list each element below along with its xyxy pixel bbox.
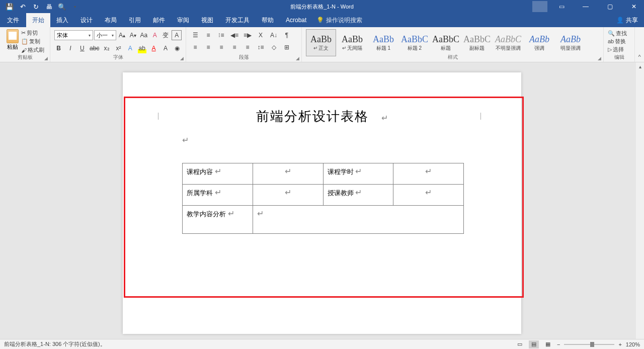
table-cell[interactable]: ↵ xyxy=(253,206,463,234)
clipboard-launcher-icon[interactable]: ◢ xyxy=(44,56,48,61)
grow-font-button[interactable]: A▴ xyxy=(117,30,127,40)
style-item[interactable]: AaBb明显强调 xyxy=(555,29,586,56)
justify-button[interactable]: ≡ xyxy=(229,42,239,52)
decrease-indent-button[interactable]: ◀≡ xyxy=(229,30,239,40)
tab-insert[interactable]: 插入 xyxy=(50,13,74,27)
shading-button[interactable]: ◇ xyxy=(269,42,279,52)
font-size-combo[interactable]: 小一▾ xyxy=(94,30,116,40)
styles-gallery[interactable]: AaBb↵ 正文AaBb↵ 无间隔AaBb标题 1AaBbC标题 2AaBbC标… xyxy=(306,29,599,56)
align-center-button[interactable]: ≡ xyxy=(203,42,213,52)
zoom-slider[interactable] xyxy=(564,344,614,345)
undo-icon[interactable]: ↶ xyxy=(19,3,26,10)
table-cell[interactable]: ↵ xyxy=(393,163,464,185)
style-item[interactable]: AaBb强调 xyxy=(524,29,554,56)
style-item[interactable]: AaBbC标题 xyxy=(431,29,461,56)
align-right-button[interactable]: ≡ xyxy=(216,42,226,52)
styles-launcher-icon[interactable]: ◢ xyxy=(598,56,601,61)
tab-layout[interactable]: 布局 xyxy=(99,13,123,27)
phonetic-guide-button[interactable]: 变 xyxy=(161,30,171,40)
distribute-button[interactable]: ≡ xyxy=(243,42,253,52)
char-border-button[interactable]: A xyxy=(172,30,182,40)
format-painter-button[interactable]: 🖌格式刷 xyxy=(21,46,44,54)
table-cell[interactable]: ↵ xyxy=(253,185,323,206)
line-spacing-button[interactable]: ↕≡ xyxy=(256,42,266,52)
save-icon[interactable]: 💾 xyxy=(6,3,13,10)
table-cell[interactable]: 课程内容 ↵ xyxy=(183,163,253,185)
text-effects-button[interactable]: A xyxy=(126,43,134,53)
zoom-in-button[interactable]: + xyxy=(618,341,621,347)
style-item[interactable]: AaBb↵ 正文 xyxy=(306,29,336,56)
tab-review[interactable]: 审阅 xyxy=(171,13,195,27)
strikethrough-button[interactable]: abc xyxy=(90,43,99,53)
copy-button[interactable]: 📋复制 xyxy=(21,38,44,45)
font-color-button[interactable]: A xyxy=(149,43,158,53)
underline-button[interactable]: U xyxy=(78,43,87,53)
borders-button[interactable]: ⊞ xyxy=(282,42,292,52)
qat-customize-icon[interactable]: ▾ xyxy=(71,3,78,10)
tab-view[interactable]: 视图 xyxy=(195,13,219,27)
subscript-button[interactable]: x₂ xyxy=(102,43,111,53)
font-name-combo[interactable]: 宋体▾ xyxy=(54,30,93,40)
table-cell[interactable]: 课程学时 ↵ xyxy=(323,163,393,185)
vertical-scrollbar[interactable]: ▴ ▾ xyxy=(636,62,644,348)
clear-format-button[interactable]: A xyxy=(150,30,160,40)
select-button[interactable]: ▷选择 xyxy=(608,45,630,53)
tell-me-search[interactable]: 💡 操作说明搜索 xyxy=(316,16,362,25)
maximize-icon[interactable]: ▢ xyxy=(600,0,620,13)
italic-button[interactable]: I xyxy=(66,43,74,53)
table-cell[interactable]: 教学内容分析 ↵ xyxy=(183,206,253,234)
font-launcher-icon[interactable]: ◢ xyxy=(180,56,184,61)
share-button[interactable]: 👤 共享 xyxy=(616,16,638,25)
cut-button[interactable]: ✂剪切 xyxy=(21,29,44,37)
print-icon[interactable]: 🖶 xyxy=(45,3,52,10)
document-area[interactable]: 前端分析设计表格 ↵ ↵ 课程内容 ↵ ↵ 课程学时 ↵ ↵ 所属学科 ↵ ↵ … xyxy=(0,62,644,348)
zoom-value[interactable]: 120% xyxy=(626,341,640,347)
align-left-button[interactable]: ≡ xyxy=(190,42,200,52)
bold-button[interactable]: B xyxy=(54,43,63,53)
collapse-ribbon-icon[interactable]: ^ xyxy=(638,54,640,60)
char-shading-button[interactable]: A xyxy=(161,43,170,53)
close-icon[interactable]: ✕ xyxy=(624,0,644,13)
table-cell[interactable]: 授课教师 ↵ xyxy=(323,185,393,206)
web-layout-icon[interactable]: ▦ xyxy=(543,340,553,348)
style-item[interactable]: AaBbC标题 2 xyxy=(399,29,430,56)
read-mode-icon[interactable]: ▭ xyxy=(515,340,525,348)
ribbon-options-icon[interactable]: ▭ xyxy=(551,0,572,13)
zoom-out-button[interactable]: − xyxy=(557,341,560,347)
table-cell[interactable]: ↵ xyxy=(393,185,464,206)
asian-layout-button[interactable]: X xyxy=(256,30,266,40)
multilevel-button[interactable]: ⁝≡ xyxy=(216,30,226,40)
status-text[interactable]: 前端分析表格_1-N: 306 个字符(近似值)。 xyxy=(4,340,106,348)
tab-references[interactable]: 引用 xyxy=(123,13,147,27)
show-marks-button[interactable]: ¶ xyxy=(282,30,292,40)
paste-button[interactable]: 粘贴 xyxy=(4,29,21,54)
minimize-icon[interactable]: — xyxy=(576,0,596,13)
tab-acrobat[interactable]: Acrobat xyxy=(280,13,312,27)
numbering-button[interactable]: ≡ xyxy=(203,30,213,40)
replace-button[interactable]: ab替换 xyxy=(608,37,630,45)
bullets-button[interactable]: ☰ xyxy=(190,30,200,40)
document-table[interactable]: 课程内容 ↵ ↵ 课程学时 ↵ ↵ 所属学科 ↵ ↵ 授课教师 ↵ ↵ 教学内容… xyxy=(182,163,464,234)
change-case-button[interactable]: Aa xyxy=(139,30,149,40)
print-layout-icon[interactable]: ▤ xyxy=(529,340,539,348)
highlight-button[interactable]: ab xyxy=(138,43,146,53)
style-item[interactable]: AaBb标题 1 xyxy=(368,29,398,56)
preview-icon[interactable]: 🔍 xyxy=(58,3,65,10)
style-item[interactable]: AaBbC不明显强调 xyxy=(493,29,523,56)
page-content[interactable]: 前端分析设计表格 ↵ ↵ 课程内容 ↵ ↵ 课程学时 ↵ ↵ 所属学科 ↵ ↵ … xyxy=(161,108,483,234)
paragraph-launcher-icon[interactable]: ◢ xyxy=(296,56,299,61)
tab-design[interactable]: 设计 xyxy=(74,13,99,27)
table-cell[interactable]: 所属学科 ↵ xyxy=(183,185,253,206)
enclose-char-button[interactable]: ◉ xyxy=(173,43,182,53)
increase-indent-button[interactable]: ≡▶ xyxy=(243,30,253,40)
tab-file[interactable]: 文件 xyxy=(0,13,26,27)
sort-button[interactable]: A↓ xyxy=(269,30,279,40)
tab-mailings[interactable]: 邮件 xyxy=(147,13,171,27)
find-button[interactable]: 🔍查找 xyxy=(608,29,630,37)
redo-icon[interactable]: ↻ xyxy=(32,3,39,10)
style-item[interactable]: AaBbC副标题 xyxy=(462,29,492,56)
shrink-font-button[interactable]: A▾ xyxy=(128,30,138,40)
superscript-button[interactable]: x² xyxy=(114,43,123,53)
table-cell[interactable]: ↵ xyxy=(253,163,323,185)
tab-home[interactable]: 开始 xyxy=(26,13,50,27)
